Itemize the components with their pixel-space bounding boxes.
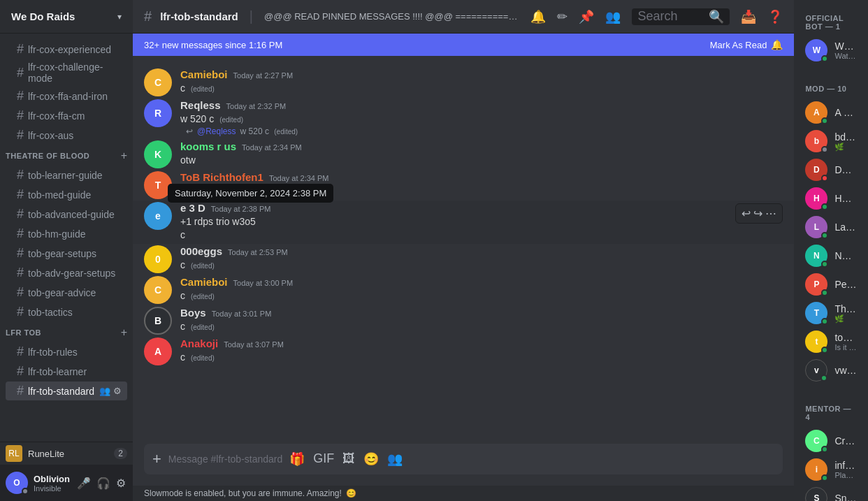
member-wdr-bot[interactable]: W WDR Bot APP Watching !modmail for repo… <box>800 36 862 64</box>
status-dot <box>821 289 828 296</box>
table-row: K kooms r us Today at 2:34 PM otw <box>133 139 794 170</box>
member-name: ThisAint-Wow [Mod] <box>834 303 857 314</box>
emoji-icon[interactable]: 😊 <box>363 451 379 467</box>
message-timestamp: Today at 2:38 PM <box>211 205 271 213</box>
channel-lfr-cox-aus[interactable]: # lfr-cox-aus <box>6 126 127 145</box>
forward-action-icon[interactable]: ↪ <box>753 207 762 220</box>
category-tob[interactable]: THEATRE OF BLOOD + <box>0 145 133 165</box>
member-pepsi-maxed[interactable]: P Pepsi Maxed [Mod/To... <box>800 270 862 298</box>
hash-icon: # <box>17 364 24 379</box>
message-author[interactable]: Boys <box>180 307 206 319</box>
message-content: ToB Richthofen1 Today at 2:34 PM <box>180 171 783 199</box>
channel-tob-tactics[interactable]: # tob-tactics <box>6 303 127 321</box>
runelite-bar[interactable]: RL RuneLite 2 <box>0 442 133 465</box>
server-header[interactable]: We Do Raids ▾ <box>0 0 133 34</box>
hash-icon: # <box>17 285 24 300</box>
category-add-icon[interactable]: + <box>121 326 127 339</box>
add-attachment-button[interactable]: + <box>152 450 161 468</box>
mute-icon[interactable]: 🔔 <box>530 9 546 24</box>
channels-list: # lfr-cox-experienced # lfr-cox-challeng… <box>0 34 133 442</box>
member-neon-trek[interactable]: N Neon Trek [Mod/Ment... <box>800 242 862 270</box>
channel-lfr-cox-experienced[interactable]: # lfr-cox-experienced <box>6 40 127 59</box>
message-author[interactable]: e 3 D <box>180 202 205 214</box>
message-author[interactable]: Camieboi <box>180 68 228 80</box>
message-author[interactable]: ToB Richthofen1 <box>180 171 263 183</box>
settings-gear-icon[interactable]: ⚙ <box>115 475 127 491</box>
avatar: 0 <box>144 245 172 273</box>
member-name: Neon Trek [Mod/Ment... <box>834 250 857 261</box>
message-author[interactable]: Reqless <box>180 99 221 111</box>
members-list-icon[interactable]: 👥 <box>605 9 621 24</box>
message-edited: (edited) <box>191 262 215 270</box>
member-name: Snake IX [CoX Ment... <box>834 493 857 501</box>
channel-tob-advanced-guide[interactable]: # tob-advanced-guide <box>6 205 127 224</box>
channel-lfr-tob-standard[interactable]: # lfr-tob-standard 👥 ⚙ <box>6 382 127 400</box>
member-vw-admin[interactable]: v vw [Admin] <box>800 356 862 384</box>
member-snake-ix[interactable]: S Snake IX [CoX Ment... <box>800 484 862 501</box>
message-content: Camieboi Today at 2:27 PM c (edited) <box>180 68 783 96</box>
channel-tob-gear-advice[interactable]: # tob-gear-advice <box>6 283 127 302</box>
message-input[interactable]: Message #lfr-tob-standard <box>168 453 282 465</box>
channel-lfr-tob-learner[interactable]: # lfr-tob-learner <box>6 362 127 381</box>
category-add-icon[interactable]: + <box>121 150 127 162</box>
members-category-bot: OFFICIAL BOT — 1 <box>800 11 862 34</box>
message-text: w 520 c (edited) <box>180 112 783 126</box>
channel-tob-hm-guide[interactable]: # tob-hm-guide <box>6 224 127 243</box>
headphone-icon[interactable]: 🎧 <box>95 475 112 491</box>
message-author[interactable]: kooms r us <box>180 140 236 152</box>
mark-read-button[interactable]: Mark As Read <box>710 40 767 50</box>
message-author[interactable]: Anakoji <box>180 337 218 349</box>
channel-lfr-cox-challenge-mode[interactable]: # lfr-cox-challenge-mode <box>6 59 127 86</box>
member-creeperbf[interactable]: C CreeperBF | A1rwolf [... <box>800 427 862 455</box>
more-action-icon[interactable]: ⋯ <box>765 207 776 220</box>
server-arrow: ▾ <box>117 12 122 22</box>
search-bar[interactable]: Search 🔍 <box>632 8 730 25</box>
member-name: Pepsi Maxed [Mod/To... <box>834 279 857 290</box>
channel-tob-gear-setups[interactable]: # tob-gear-setups <box>6 244 127 263</box>
channel-tob-med-guide[interactable]: # tob-med-guide <box>6 185 127 204</box>
people-icon[interactable]: 👥 <box>387 451 403 467</box>
status-dot <box>821 146 828 153</box>
gif-icon[interactable]: GIF <box>313 451 334 467</box>
member-info: inferno kc [CoX Ment... Playing RuneLite… <box>834 460 857 480</box>
new-messages-banner[interactable]: 32+ new messages since 1:16 PM Mark As R… <box>133 34 794 56</box>
avatar: R <box>144 99 172 127</box>
message-text: c (edited) <box>180 259 783 273</box>
member-bdk[interactable]: b bdk [Mod/Mentor] 🌿 <box>800 127 862 155</box>
microphone-icon[interactable]: 🎤 <box>75 475 92 491</box>
settings-icon[interactable]: ⚙ <box>113 386 122 396</box>
category-lfr-tob[interactable]: LFR TOB + <box>0 322 133 342</box>
member-status: 🌿 <box>834 143 857 152</box>
member-a-hard-carry[interactable]: A A Hard Carry [Mod/T... <box>800 99 862 126</box>
sticker-icon[interactable]: 🖼 <box>342 451 355 467</box>
message-author[interactable]: Camieboi <box>180 276 228 288</box>
help-icon[interactable]: ❓ <box>767 9 783 24</box>
member-help-me-rng[interactable]: H Help Me RNG [Mod/... <box>800 184 862 212</box>
member-thisaint-wow[interactable]: T ThisAint-Wow [Mod] 🌿 <box>800 299 862 327</box>
member-name: A Hard Carry [Mod/T... <box>834 107 857 118</box>
message-content: e 3 D Today at 2:38 PM +1 rdps trio w3o5… <box>180 202 783 242</box>
slowmode-bar: Slowmode is enabled, but you are immune.… <box>133 486 794 501</box>
edit-icon[interactable]: ✏ <box>557 9 567 24</box>
channel-lfr-cox-ffa-and-iron[interactable]: # lfr-cox-ffa-and-iron <box>6 87 127 106</box>
gift-icon[interactable]: 🎁 <box>289 451 305 467</box>
member-inferno-kc[interactable]: i inferno kc [CoX Ment... Playing RuneLi… <box>800 456 862 484</box>
channel-tob-adv-gear-setups[interactable]: # tob-adv-gear-setups <box>6 263 127 282</box>
member-lagado[interactable]: L Lagado [Mod] <box>800 213 862 241</box>
channel-lfr-cox-ffa-cm[interactable]: # lfr-cox-ffa-cm <box>6 106 127 125</box>
messages-container[interactable]: C Camieboi Today at 2:27 PM c (edited) R… <box>133 56 794 444</box>
channel-lfr-tob-rules[interactable]: # lfr-tob-rules <box>6 342 127 361</box>
message-content: Anakoji Today at 3:07 PM c (edited) <box>180 337 783 365</box>
channel-tob-learner-guide[interactable]: # tob-learner-guide <box>6 166 127 184</box>
member-toy-owner[interactable]: t toy Owner [Mod] Is it heaven up there? <box>800 328 862 356</box>
message-edited: (edited) <box>191 324 215 331</box>
runelite-count: 2 <box>114 448 127 459</box>
reply-action-icon[interactable]: ↩ <box>742 207 751 220</box>
status-dot <box>821 175 828 182</box>
message-author[interactable]: 000eggs <box>180 245 222 257</box>
inbox-icon[interactable]: 📥 <box>741 9 756 24</box>
message-timestamp: Today at 2:34 PM <box>269 174 329 182</box>
pin-icon[interactable]: 📌 <box>579 9 594 24</box>
bell-icon: 🔔 <box>771 39 783 50</box>
member-docyen[interactable]: D DocYen [Mod] <box>800 156 862 184</box>
